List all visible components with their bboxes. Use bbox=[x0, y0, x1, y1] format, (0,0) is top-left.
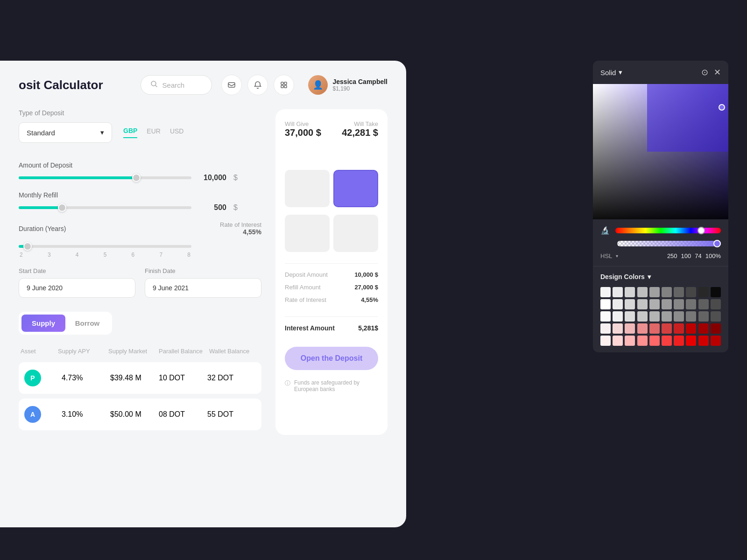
color-swatch[interactable] bbox=[662, 311, 672, 322]
color-swatch[interactable] bbox=[600, 323, 611, 334]
color-swatch[interactable] bbox=[649, 323, 660, 334]
color-swatch[interactable] bbox=[649, 299, 660, 309]
tab-gbp[interactable]: GBP bbox=[123, 127, 137, 138]
gradient-area[interactable] bbox=[593, 84, 728, 219]
start-date-input[interactable]: 9 June 2020 bbox=[19, 278, 135, 298]
gradient-selector-dot[interactable] bbox=[719, 104, 725, 111]
color-swatch[interactable] bbox=[637, 311, 648, 322]
color-swatch[interactable] bbox=[613, 323, 623, 334]
borrow-tab[interactable]: Borrow bbox=[65, 315, 109, 332]
color-swatch[interactable] bbox=[649, 336, 660, 346]
start-date-label: Start Date bbox=[19, 267, 135, 274]
finish-date-label: Finish Date bbox=[145, 267, 261, 274]
user-balance: $1,190 bbox=[332, 85, 388, 92]
eyedropper-header-icon[interactable]: ⊙ bbox=[701, 67, 708, 77]
open-deposit-button[interactable]: Open the Deposit bbox=[285, 347, 378, 370]
tab-eur[interactable]: EUR bbox=[147, 127, 161, 138]
color-swatch[interactable] bbox=[637, 299, 648, 309]
opacity-row: . bbox=[600, 239, 721, 248]
finish-date-input[interactable]: 9 June 2021 bbox=[145, 278, 261, 298]
color-swatch[interactable] bbox=[625, 287, 635, 297]
duration-label: Duration (Years) bbox=[19, 225, 66, 232]
safeguard-note: ⓘ Funds are safeguarded by European bank… bbox=[285, 379, 378, 392]
opacity-slider[interactable] bbox=[617, 241, 721, 246]
color-swatch[interactable] bbox=[613, 299, 623, 309]
svg-rect-2 bbox=[281, 82, 283, 84]
color-swatch[interactable] bbox=[711, 287, 721, 297]
color-swatch[interactable] bbox=[674, 336, 684, 346]
color-swatch[interactable] bbox=[674, 323, 684, 334]
hsl-row: HSL ▾ 250 100 74 100% bbox=[600, 252, 721, 259]
amount-slider-track[interactable] bbox=[19, 176, 191, 179]
search-box[interactable]: Search bbox=[141, 75, 212, 95]
color-swatch[interactable] bbox=[698, 323, 709, 334]
color-swatch[interactable] bbox=[600, 311, 611, 322]
color-swatch[interactable] bbox=[674, 299, 684, 309]
color-swatch[interactable] bbox=[686, 311, 696, 322]
notification-button[interactable] bbox=[247, 75, 268, 95]
hsl-dropdown-icon[interactable]: ▾ bbox=[616, 253, 618, 259]
col-parallel-balance: Parallel Balance bbox=[159, 348, 209, 355]
hue-thumb[interactable] bbox=[698, 227, 705, 234]
color-swatch[interactable] bbox=[625, 299, 635, 309]
search-text: Search bbox=[162, 81, 185, 89]
deposit-type-dropdown[interactable]: Standard ▾ bbox=[19, 122, 112, 143]
color-swatch[interactable] bbox=[625, 336, 635, 346]
gradient-purple-region bbox=[647, 84, 728, 152]
color-swatch[interactable] bbox=[711, 336, 721, 346]
refill-slider-track[interactable] bbox=[19, 206, 191, 209]
hsl-label[interactable]: HSL bbox=[600, 252, 612, 259]
color-swatch[interactable] bbox=[686, 299, 696, 309]
color-swatch[interactable] bbox=[662, 336, 672, 346]
color-swatch[interactable] bbox=[600, 287, 611, 297]
color-swatch[interactable] bbox=[637, 336, 648, 346]
duration-slider-track[interactable] bbox=[19, 245, 191, 248]
color-swatch[interactable] bbox=[698, 287, 709, 297]
duration-slider-thumb[interactable] bbox=[23, 242, 32, 251]
supply-tab[interactable]: Supply bbox=[21, 315, 65, 332]
color-swatch[interactable] bbox=[613, 311, 623, 322]
hsl-values: 250 100 74 100% bbox=[622, 252, 721, 259]
color-swatch[interactable] bbox=[600, 299, 611, 309]
refill-slider-thumb[interactable] bbox=[58, 203, 66, 212]
color-swatch[interactable] bbox=[686, 287, 696, 297]
color-swatch[interactable] bbox=[711, 323, 721, 334]
color-swatch[interactable] bbox=[674, 287, 684, 297]
svg-rect-3 bbox=[284, 82, 287, 84]
hsl-l: 74 bbox=[695, 252, 701, 259]
color-swatch[interactable] bbox=[662, 323, 672, 334]
header: osit Calculator Search bbox=[19, 75, 388, 95]
hue-slider[interactable] bbox=[615, 228, 721, 233]
color-swatch[interactable] bbox=[637, 323, 648, 334]
amount-slider-fill bbox=[19, 176, 136, 179]
color-swatch[interactable] bbox=[613, 336, 623, 346]
amount-slider-thumb[interactable] bbox=[132, 174, 141, 182]
color-swatch[interactable] bbox=[649, 287, 660, 297]
close-picker-button[interactable]: ✕ bbox=[714, 67, 721, 77]
color-swatch[interactable] bbox=[662, 299, 672, 309]
color-swatch[interactable] bbox=[674, 311, 684, 322]
settings-button[interactable] bbox=[274, 75, 294, 95]
tab-usd[interactable]: USD bbox=[170, 127, 184, 138]
right-panel: Will Give 37,000 $ Will Take 42,281 $ bbox=[275, 109, 388, 435]
color-swatch[interactable] bbox=[686, 323, 696, 334]
color-swatch[interactable] bbox=[686, 336, 696, 346]
color-swatch[interactable] bbox=[711, 299, 721, 309]
design-colors-chevron: ▾ bbox=[648, 273, 651, 280]
color-swatch[interactable] bbox=[625, 311, 635, 322]
color-swatch[interactable] bbox=[662, 287, 672, 297]
design-colors-header[interactable]: Design Colors ▾ bbox=[600, 273, 721, 280]
opacity-thumb[interactable] bbox=[713, 240, 721, 247]
color-swatch[interactable] bbox=[625, 323, 635, 334]
color-swatch[interactable] bbox=[613, 287, 623, 297]
color-swatch[interactable] bbox=[698, 299, 709, 309]
mail-button[interactable] bbox=[221, 75, 242, 95]
color-swatch[interactable] bbox=[637, 287, 648, 297]
solid-label[interactable]: Solid ▾ bbox=[600, 68, 622, 77]
color-swatch[interactable] bbox=[698, 311, 709, 322]
color-swatch[interactable] bbox=[600, 336, 611, 346]
color-swatch[interactable] bbox=[711, 311, 721, 322]
color-swatch[interactable] bbox=[698, 336, 709, 346]
eyedropper-icon[interactable]: 🔬 bbox=[600, 226, 610, 235]
color-swatch[interactable] bbox=[649, 311, 660, 322]
